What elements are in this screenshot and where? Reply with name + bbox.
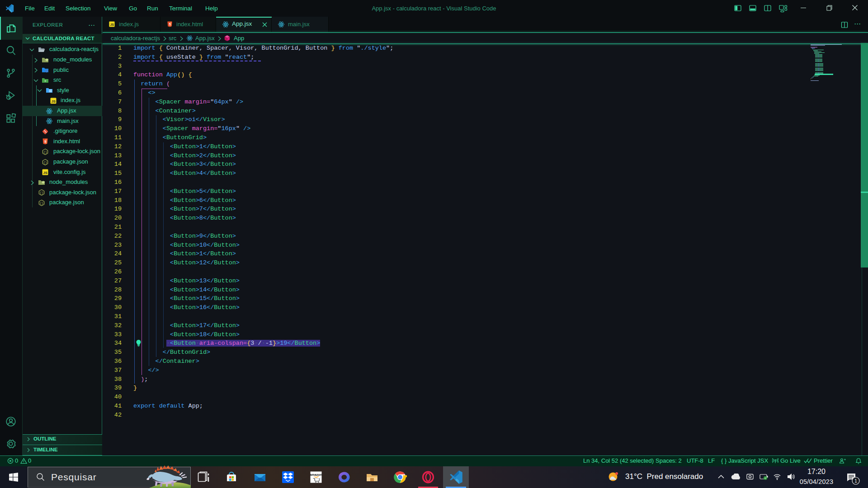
svg-text:{}: {}: [43, 160, 47, 164]
svg-text:JS: JS: [43, 171, 47, 175]
svg-text:{}: {}: [40, 191, 43, 195]
svg-text:{}: {}: [40, 202, 43, 205]
svg-text:JS: JS: [110, 23, 114, 26]
svg-text:JS: JS: [52, 99, 56, 103]
svg-text:amazon: amazon: [310, 473, 322, 477]
svg-text:1: 1: [854, 479, 857, 483]
svg-text:5: 5: [169, 23, 171, 26]
svg-text:{}: {}: [43, 150, 47, 154]
svg-text:5: 5: [44, 140, 46, 143]
